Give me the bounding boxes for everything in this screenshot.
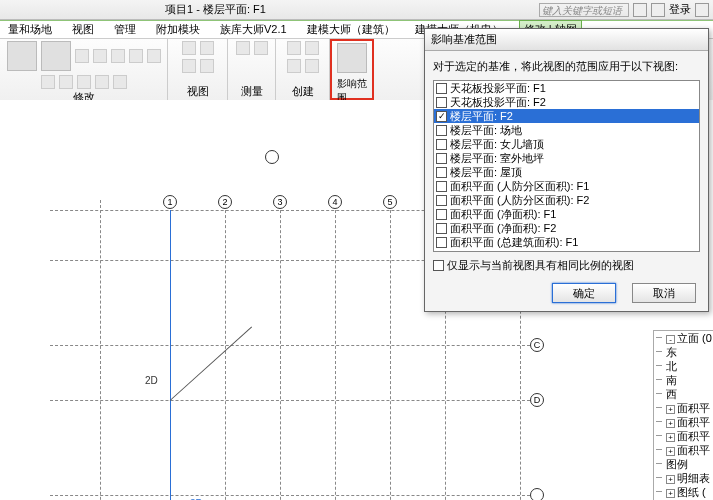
- grid-bubble[interactable]: [265, 150, 279, 164]
- checkbox-icon[interactable]: [436, 209, 447, 220]
- ribbon-tool-icon[interactable]: [59, 75, 73, 89]
- list-item[interactable]: 天花板投影平面: F1: [434, 81, 699, 95]
- tree-item[interactable]: 北: [654, 359, 713, 373]
- checkbox-icon[interactable]: [436, 195, 447, 206]
- tree-item[interactable]: +面积平: [654, 443, 713, 457]
- ribbon-tool-icon[interactable]: [254, 41, 268, 55]
- menu-item[interactable]: 族库大师V2.1: [216, 21, 291, 38]
- list-item[interactable]: 楼层平面: 室外地坪: [434, 151, 699, 165]
- checkbox-icon[interactable]: [436, 251, 447, 253]
- cancel-button[interactable]: 取消: [632, 283, 696, 303]
- checkbox-icon[interactable]: [436, 237, 447, 248]
- list-item[interactable]: 面积平面 (净面积): F2: [434, 221, 699, 235]
- list-item[interactable]: 面积平面 (总建筑面积): F1: [434, 235, 699, 249]
- list-item[interactable]: 面积平面 (人防分区面积): F1: [434, 179, 699, 193]
- ribbon-tool-icon[interactable]: [75, 49, 89, 63]
- expander-icon[interactable]: +: [666, 433, 675, 442]
- ribbon-tool-icon[interactable]: [129, 49, 143, 63]
- list-item[interactable]: 楼层平面: 女儿墙顶: [434, 137, 699, 151]
- project-browser[interactable]: -立面 (0东北南西+面积平+面积平+面积平+面积平图例+明细表+图纸 (: [653, 330, 713, 500]
- expander-icon[interactable]: -: [666, 335, 675, 344]
- user-icon[interactable]: [651, 3, 665, 17]
- ribbon-tool-icon[interactable]: [200, 41, 214, 55]
- list-item[interactable]: 面积平面 (人防分区面积): F2: [434, 193, 699, 207]
- ribbon-tool-icon[interactable]: [305, 59, 319, 73]
- tree-item[interactable]: 图例: [654, 457, 713, 471]
- ribbon-tool-icon[interactable]: [113, 75, 127, 89]
- grid-bubble[interactable]: 3: [273, 195, 287, 209]
- list-item-label: 天花板投影平面: F1: [450, 81, 546, 95]
- dialog-title: 影响基准范围: [425, 29, 708, 51]
- ribbon-tool-icon[interactable]: [41, 41, 71, 71]
- ribbon-tool-icon[interactable]: [182, 41, 196, 55]
- tree-item[interactable]: 西: [654, 387, 713, 401]
- list-item[interactable]: 面积平面 (总建筑面积): F2: [434, 249, 699, 252]
- ok-button[interactable]: 确定: [552, 283, 616, 303]
- menu-item[interactable]: 管理: [110, 21, 140, 38]
- expander-icon[interactable]: +: [666, 447, 675, 456]
- ribbon-tool-icon[interactable]: [41, 75, 55, 89]
- expander-icon[interactable]: +: [666, 405, 675, 414]
- tree-item[interactable]: -立面 (0: [654, 331, 713, 345]
- expander-icon[interactable]: +: [666, 419, 675, 428]
- checkbox-icon[interactable]: [436, 153, 447, 164]
- propagate-extents-icon[interactable]: [337, 43, 367, 73]
- expander-icon[interactable]: +: [666, 475, 675, 484]
- grid-bubble[interactable]: C: [530, 338, 544, 352]
- menu-item[interactable]: 量和场地: [4, 21, 56, 38]
- info-icon[interactable]: [633, 3, 647, 17]
- login-link[interactable]: 登录: [669, 2, 691, 17]
- ribbon-tool-icon[interactable]: [236, 41, 250, 55]
- ribbon-tool-icon[interactable]: [95, 75, 109, 89]
- tree-item[interactable]: +面积平: [654, 429, 713, 443]
- list-item-label: 面积平面 (总建筑面积): F2: [450, 249, 578, 252]
- tree-item[interactable]: +图纸 (: [654, 485, 713, 499]
- search-input[interactable]: 键入关键字或短语: [539, 3, 629, 17]
- list-item[interactable]: 面积平面 (净面积): F1: [434, 207, 699, 221]
- grid-bubble[interactable]: 1: [163, 195, 177, 209]
- checkbox-icon[interactable]: [436, 83, 447, 94]
- 2d-toggle[interactable]: 2D: [145, 375, 158, 386]
- list-item[interactable]: ✓楼层平面: F2: [434, 109, 699, 123]
- menu-item[interactable]: 建模大师（建筑）: [303, 21, 399, 38]
- list-item[interactable]: 楼层平面: 屋顶: [434, 165, 699, 179]
- ribbon-tool-icon[interactable]: [77, 75, 91, 89]
- ribbon-tool-icon[interactable]: [287, 59, 301, 73]
- grid-bubble[interactable]: D: [530, 393, 544, 407]
- ribbon-tool-icon[interactable]: [305, 41, 319, 55]
- tree-item[interactable]: +明细表: [654, 471, 713, 485]
- ribbon-tool-icon[interactable]: [182, 59, 196, 73]
- checkbox-icon[interactable]: [436, 223, 447, 234]
- views-listbox[interactable]: 天花板投影平面: F1天花板投影平面: F2✓楼层平面: F2楼层平面: 场地楼…: [433, 80, 700, 252]
- grid-bubble[interactable]: 4: [328, 195, 342, 209]
- checkbox-icon[interactable]: [436, 125, 447, 136]
- ribbon-tool-icon[interactable]: [93, 49, 107, 63]
- same-scale-option[interactable]: 仅显示与当前视图具有相同比例的视图: [433, 258, 700, 273]
- tree-item-label: 面积平: [677, 430, 710, 442]
- ribbon-tool-icon[interactable]: [200, 59, 214, 73]
- help-icon[interactable]: [695, 3, 709, 17]
- tree-item[interactable]: 南: [654, 373, 713, 387]
- list-item[interactable]: 楼层平面: 场地: [434, 123, 699, 137]
- checkbox-icon[interactable]: [436, 181, 447, 192]
- checkbox-icon[interactable]: [436, 139, 447, 150]
- grid-bubble[interactable]: [530, 488, 544, 500]
- grid-bubble[interactable]: 2: [218, 195, 232, 209]
- selected-gridline[interactable]: [170, 210, 171, 500]
- ribbon-tool-icon[interactable]: [287, 41, 301, 55]
- checkbox-icon[interactable]: [436, 97, 447, 108]
- tree-item[interactable]: +面积平: [654, 415, 713, 429]
- list-item[interactable]: 天花板投影平面: F2: [434, 95, 699, 109]
- tree-item[interactable]: 东: [654, 345, 713, 359]
- grid-bubble[interactable]: 5: [383, 195, 397, 209]
- checkbox-icon[interactable]: [433, 260, 444, 271]
- menu-item[interactable]: 视图: [68, 21, 98, 38]
- tree-item[interactable]: +面积平: [654, 401, 713, 415]
- checkbox-icon[interactable]: [436, 167, 447, 178]
- menu-item[interactable]: 附加模块: [152, 21, 204, 38]
- ribbon-tool-icon[interactable]: [147, 49, 161, 63]
- ribbon-tool-icon[interactable]: [7, 41, 37, 71]
- checkbox-icon[interactable]: ✓: [436, 111, 447, 122]
- expander-icon[interactable]: +: [666, 489, 675, 498]
- ribbon-tool-icon[interactable]: [111, 49, 125, 63]
